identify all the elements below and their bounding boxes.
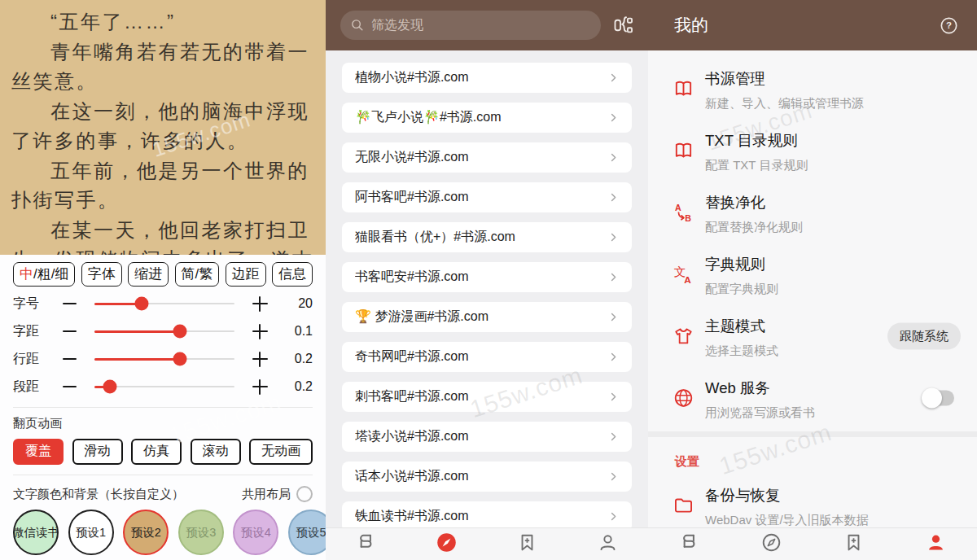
divider — [13, 475, 313, 475]
profile-nav-bookmark-add-tab[interactable] — [813, 532, 895, 557]
color-preset-6[interactable]: 预设5 — [288, 510, 326, 555]
minus-button[interactable] — [54, 350, 85, 368]
profile-item-subtitle: WebDav 设置/导入旧版本数据 — [705, 513, 879, 527]
source-name: 植物小说#书源.com — [355, 69, 607, 86]
compass-icon — [436, 532, 458, 557]
plus-button[interactable] — [244, 350, 275, 368]
source-list-item[interactable]: 🎋飞卢小说🎋#书源.com — [342, 103, 632, 133]
source-list-item[interactable]: 书客吧安#书源.com — [342, 262, 632, 292]
profile-panel: 我的 ? 书源管理新建、导入、编辑或管理书源TXT 目录规则配置 TXT 目录规… — [648, 0, 977, 560]
page-anim-option-4[interactable]: 滚动 — [191, 439, 241, 465]
source-list-item[interactable]: 奇书网吧#书源.com — [342, 342, 632, 372]
search-input[interactable]: 筛选发现 — [340, 11, 601, 40]
style-button-4[interactable]: 简/繁 — [175, 262, 220, 287]
profile-item-subtitle: 配置字典规则 — [705, 282, 879, 297]
slider-track[interactable] — [94, 303, 234, 304]
slider-thumb[interactable] — [173, 324, 186, 338]
slider-thumb[interactable] — [135, 296, 149, 310]
chevron-right-icon — [607, 390, 620, 404]
source-list-item[interactable]: 塔读小说#书源.com — [342, 422, 632, 452]
source-list-item[interactable]: 🏆 梦游漫画#书源.com — [342, 302, 632, 332]
profile-item-Web 服务[interactable]: Web 服务用浏览器写源或看书 — [648, 367, 977, 429]
source-list-item[interactable]: 植物小说#书源.com — [342, 63, 632, 93]
page-anim-option-3[interactable]: 仿真 — [131, 439, 182, 465]
profile-item-备份与恢复[interactable]: 备份与恢复WebDav 设置/导入旧版本数据 — [648, 475, 977, 527]
plus-button[interactable] — [244, 378, 275, 396]
profile-item-书源管理[interactable]: 书源管理新建、导入、编辑或管理书源 — [648, 58, 977, 120]
profile-item-主题模式[interactable]: 主题模式选择主题模式跟随系统 — [648, 305, 977, 367]
color-preset-4[interactable]: 预设3 — [178, 510, 224, 555]
web-service-toggle[interactable] — [925, 391, 954, 406]
profile-nav-person-tab[interactable] — [895, 532, 977, 557]
page-anim-option-1[interactable]: 覆盖 — [13, 439, 64, 465]
discover-nav-compass-tab[interactable] — [406, 532, 487, 557]
slider-thumb[interactable] — [103, 379, 116, 393]
slider-track[interactable] — [94, 358, 234, 360]
page-anim-option-2[interactable]: 滑动 — [72, 439, 123, 465]
slider-fill — [94, 358, 180, 361]
bookshelf-icon — [355, 532, 377, 557]
source-list-item[interactable]: 无限小说#书源.com — [342, 142, 632, 173]
minus-button[interactable] — [54, 322, 85, 340]
chevron-right-icon — [607, 190, 620, 204]
slider-value: 20 — [275, 296, 313, 311]
style-button-5[interactable]: 边距 — [226, 262, 266, 287]
shared-layout-option[interactable]: 共用布局 — [242, 486, 313, 502]
source-name: 铁血读书#书源.com — [355, 508, 607, 525]
style-button-1[interactable]: 中/粗/细 — [13, 262, 75, 287]
discover-panel: 筛选发现 植物小说#书源.com🎋飞卢小说🎋#书源.com无限小说#书源.com… — [326, 0, 648, 560]
svg-text:?: ? — [946, 20, 952, 30]
source-name: 奇书网吧#书源.com — [355, 348, 607, 365]
discover-nav-bookshelf-tab[interactable] — [326, 532, 406, 557]
profile-item-替换净化[interactable]: AB替换净化配置替换净化规则 — [648, 182, 977, 243]
style-button-2[interactable]: 字体 — [81, 262, 122, 287]
source-name: 话本小说#书源.com — [355, 468, 607, 485]
plus-icon — [252, 352, 268, 367]
discover-nav-person-tab[interactable] — [567, 532, 648, 557]
person-icon — [925, 532, 947, 557]
source-list-item[interactable]: 话本小说#书源.com — [342, 462, 632, 492]
source-list-item[interactable]: 铁血读书#书源.com — [342, 501, 632, 527]
theme-mode-badge[interactable]: 跟随系统 — [887, 323, 961, 350]
plus-button[interactable] — [244, 322, 275, 340]
chevron-right-icon — [607, 510, 620, 523]
book-open-icon — [673, 140, 694, 162]
slider-track[interactable] — [94, 386, 234, 387]
slider-row-字距: 字距0.1 — [13, 321, 313, 342]
minus-button[interactable] — [54, 295, 85, 313]
reading-paragraph: 五年前，他是另一个世界的扑街写手。 — [11, 156, 314, 216]
compass-icon — [760, 532, 782, 557]
profile-nav-compass-tab[interactable] — [730, 532, 813, 557]
color-preset-2[interactable]: 预设1 — [68, 510, 114, 555]
help-icon[interactable]: ? — [939, 15, 959, 36]
profile-item-TXT 目录规则[interactable]: TXT 目录规则配置 TXT 目录规则 — [648, 120, 977, 182]
style-button-6[interactable]: 信息 — [272, 262, 313, 287]
source-list-item[interactable]: 猫眼看书（优+）#书源.com — [342, 222, 632, 252]
profile-nav-bookshelf-tab[interactable] — [648, 532, 730, 557]
discover-nav-bookmark-add-tab[interactable] — [487, 532, 567, 557]
chevron-right-icon — [607, 230, 620, 244]
slider-track[interactable] — [94, 330, 234, 332]
style-button-3[interactable]: 缩进 — [128, 262, 169, 287]
color-preset-1[interactable]: 微信读书 — [13, 510, 59, 555]
reading-area[interactable]: “五年了……”青年嘴角若有若无的带着一丝笑意。在这一刻，他的脑海中浮现了许多的事… — [0, 0, 326, 255]
minus-button[interactable] — [54, 378, 85, 396]
qr-scan-button[interactable] — [611, 12, 637, 38]
source-list-item[interactable]: 阿书客吧#书源.com — [342, 182, 632, 212]
slider-group: 字号20字距0.1行距0.2段距0.2 — [13, 293, 313, 397]
page-title: 我的 — [674, 14, 708, 37]
globe-icon — [673, 387, 694, 409]
page-anim-option-5[interactable]: 无动画 — [249, 439, 313, 465]
slider-thumb[interactable] — [173, 352, 186, 365]
color-preset-3[interactable]: 预设2 — [123, 510, 169, 555]
source-list-item[interactable]: 刺书客吧#书源.com — [342, 382, 632, 412]
plus-button[interactable] — [244, 295, 275, 313]
color-section-header: 文字颜色和背景（长按自定义） 共用布局 — [13, 486, 313, 502]
slider-label: 字号 — [13, 295, 54, 313]
shared-layout-radio[interactable] — [296, 486, 313, 502]
source-name: 塔读小说#书源.com — [355, 428, 607, 445]
profile-bottom-nav — [648, 527, 977, 560]
color-preset-5[interactable]: 预设4 — [233, 510, 278, 555]
profile-item-字典规则[interactable]: 文A字典规则配置字典规则 — [648, 243, 977, 305]
dictionary-icon: 文A — [673, 264, 694, 286]
